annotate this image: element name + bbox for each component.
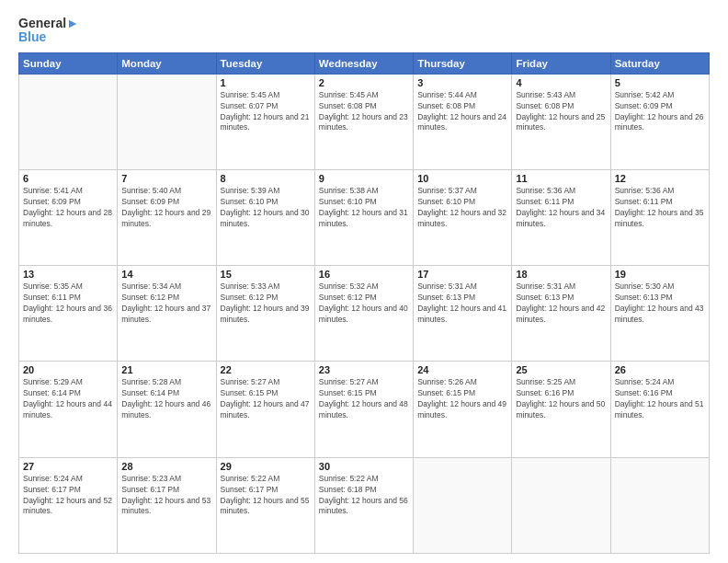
calendar-cell bbox=[19, 74, 118, 169]
day-header-monday: Monday bbox=[118, 52, 216, 74]
day-number: 28 bbox=[121, 461, 211, 472]
calendar-cell: 11Sunrise: 5:36 AM Sunset: 6:11 PM Dayli… bbox=[512, 170, 610, 266]
day-number: 13 bbox=[23, 269, 113, 280]
calendar-cell: 13Sunrise: 5:35 AM Sunset: 6:11 PM Dayli… bbox=[19, 266, 118, 362]
week-row-4: 20Sunrise: 5:29 AM Sunset: 6:14 PM Dayli… bbox=[19, 362, 710, 457]
calendar-cell: 6Sunrise: 5:41 AM Sunset: 6:09 PM Daylig… bbox=[19, 170, 118, 266]
day-info: Sunrise: 5:45 AM Sunset: 6:07 PM Dayligh… bbox=[221, 90, 311, 134]
calendar-cell: 16Sunrise: 5:32 AM Sunset: 6:12 PM Dayli… bbox=[314, 266, 413, 362]
day-info: Sunrise: 5:24 AM Sunset: 6:17 PM Dayligh… bbox=[23, 474, 113, 518]
day-info: Sunrise: 5:42 AM Sunset: 6:09 PM Dayligh… bbox=[615, 90, 705, 134]
calendar-cell: 7Sunrise: 5:40 AM Sunset: 6:09 PM Daylig… bbox=[118, 170, 216, 266]
day-header-friday: Friday bbox=[512, 52, 610, 74]
day-info: Sunrise: 5:37 AM Sunset: 6:10 PM Dayligh… bbox=[417, 186, 507, 230]
day-info: Sunrise: 5:36 AM Sunset: 6:11 PM Dayligh… bbox=[516, 186, 606, 230]
day-info: Sunrise: 5:22 AM Sunset: 6:18 PM Dayligh… bbox=[319, 474, 409, 518]
day-number: 17 bbox=[417, 269, 507, 280]
calendar-cell bbox=[118, 74, 216, 169]
day-number: 14 bbox=[121, 269, 211, 280]
calendar-cell: 10Sunrise: 5:37 AM Sunset: 6:10 PM Dayli… bbox=[414, 170, 512, 266]
day-info: Sunrise: 5:27 AM Sunset: 6:15 PM Dayligh… bbox=[319, 377, 409, 421]
day-info: Sunrise: 5:25 AM Sunset: 6:16 PM Dayligh… bbox=[516, 377, 606, 421]
page: General► Blue SundayMondayTuesdayWednesd… bbox=[0, 0, 728, 563]
day-number: 10 bbox=[417, 173, 507, 184]
logo-general: General► bbox=[18, 17, 79, 30]
calendar-cell: 17Sunrise: 5:31 AM Sunset: 6:13 PM Dayli… bbox=[414, 266, 512, 362]
day-header-thursday: Thursday bbox=[414, 52, 512, 74]
day-header-wednesday: Wednesday bbox=[314, 52, 413, 74]
calendar-cell: 4Sunrise: 5:43 AM Sunset: 6:08 PM Daylig… bbox=[512, 74, 610, 169]
calendar-cell: 8Sunrise: 5:39 AM Sunset: 6:10 PM Daylig… bbox=[216, 170, 314, 266]
calendar-cell: 12Sunrise: 5:36 AM Sunset: 6:11 PM Dayli… bbox=[610, 170, 709, 266]
calendar-cell: 29Sunrise: 5:22 AM Sunset: 6:17 PM Dayli… bbox=[216, 457, 314, 553]
calendar-cell: 30Sunrise: 5:22 AM Sunset: 6:18 PM Dayli… bbox=[314, 457, 413, 553]
day-number: 27 bbox=[23, 461, 113, 472]
day-info: Sunrise: 5:44 AM Sunset: 6:08 PM Dayligh… bbox=[417, 90, 507, 134]
day-number: 24 bbox=[417, 364, 507, 375]
calendar-cell: 25Sunrise: 5:25 AM Sunset: 6:16 PM Dayli… bbox=[512, 362, 610, 457]
day-header-saturday: Saturday bbox=[610, 52, 709, 74]
day-info: Sunrise: 5:45 AM Sunset: 6:08 PM Dayligh… bbox=[319, 90, 409, 134]
day-info: Sunrise: 5:31 AM Sunset: 6:13 PM Dayligh… bbox=[417, 282, 507, 326]
day-number: 8 bbox=[221, 173, 311, 184]
logo-blue: Blue bbox=[18, 30, 79, 44]
day-info: Sunrise: 5:26 AM Sunset: 6:15 PM Dayligh… bbox=[417, 377, 507, 421]
week-row-1: 1Sunrise: 5:45 AM Sunset: 6:07 PM Daylig… bbox=[19, 74, 710, 169]
day-number: 30 bbox=[319, 461, 409, 472]
logo: General► Blue bbox=[18, 17, 79, 45]
calendar-cell: 26Sunrise: 5:24 AM Sunset: 6:16 PM Dayli… bbox=[610, 362, 709, 457]
day-number: 1 bbox=[221, 77, 311, 88]
day-info: Sunrise: 5:29 AM Sunset: 6:14 PM Dayligh… bbox=[23, 377, 113, 421]
calendar-cell: 24Sunrise: 5:26 AM Sunset: 6:15 PM Dayli… bbox=[414, 362, 512, 457]
day-info: Sunrise: 5:38 AM Sunset: 6:10 PM Dayligh… bbox=[319, 186, 409, 230]
calendar-cell bbox=[414, 457, 512, 553]
day-number: 20 bbox=[23, 364, 113, 375]
week-row-2: 6Sunrise: 5:41 AM Sunset: 6:09 PM Daylig… bbox=[19, 170, 710, 266]
header: General► Blue bbox=[18, 17, 710, 45]
day-number: 9 bbox=[319, 173, 409, 184]
day-number: 3 bbox=[417, 77, 507, 88]
day-number: 7 bbox=[121, 173, 211, 184]
day-header-tuesday: Tuesday bbox=[216, 52, 314, 74]
day-info: Sunrise: 5:23 AM Sunset: 6:17 PM Dayligh… bbox=[121, 474, 211, 518]
day-number: 2 bbox=[319, 77, 409, 88]
day-number: 11 bbox=[516, 173, 606, 184]
calendar-cell: 15Sunrise: 5:33 AM Sunset: 6:12 PM Dayli… bbox=[216, 266, 314, 362]
day-number: 6 bbox=[23, 173, 113, 184]
calendar-cell: 5Sunrise: 5:42 AM Sunset: 6:09 PM Daylig… bbox=[610, 74, 709, 169]
day-info: Sunrise: 5:36 AM Sunset: 6:11 PM Dayligh… bbox=[615, 186, 705, 230]
calendar-cell: 28Sunrise: 5:23 AM Sunset: 6:17 PM Dayli… bbox=[118, 457, 216, 553]
calendar-table: SundayMondayTuesdayWednesdayThursdayFrid… bbox=[18, 52, 710, 554]
day-header-sunday: Sunday bbox=[19, 52, 118, 74]
day-number: 16 bbox=[319, 269, 409, 280]
day-info: Sunrise: 5:35 AM Sunset: 6:11 PM Dayligh… bbox=[23, 282, 113, 326]
day-number: 5 bbox=[615, 77, 705, 88]
week-row-5: 27Sunrise: 5:24 AM Sunset: 6:17 PM Dayli… bbox=[19, 457, 710, 553]
week-row-3: 13Sunrise: 5:35 AM Sunset: 6:11 PM Dayli… bbox=[19, 266, 710, 362]
calendar-cell bbox=[610, 457, 709, 553]
day-number: 12 bbox=[615, 173, 705, 184]
day-info: Sunrise: 5:34 AM Sunset: 6:12 PM Dayligh… bbox=[121, 282, 211, 326]
calendar-cell: 3Sunrise: 5:44 AM Sunset: 6:08 PM Daylig… bbox=[414, 74, 512, 169]
day-number: 22 bbox=[221, 364, 311, 375]
calendar-cell: 22Sunrise: 5:27 AM Sunset: 6:15 PM Dayli… bbox=[216, 362, 314, 457]
calendar-cell: 18Sunrise: 5:31 AM Sunset: 6:13 PM Dayli… bbox=[512, 266, 610, 362]
day-info: Sunrise: 5:30 AM Sunset: 6:13 PM Dayligh… bbox=[615, 282, 705, 326]
day-info: Sunrise: 5:27 AM Sunset: 6:15 PM Dayligh… bbox=[221, 377, 311, 421]
day-number: 15 bbox=[221, 269, 311, 280]
day-number: 4 bbox=[516, 77, 606, 88]
day-number: 21 bbox=[121, 364, 211, 375]
day-info: Sunrise: 5:43 AM Sunset: 6:08 PM Dayligh… bbox=[516, 90, 606, 134]
day-info: Sunrise: 5:31 AM Sunset: 6:13 PM Dayligh… bbox=[516, 282, 606, 326]
day-info: Sunrise: 5:28 AM Sunset: 6:14 PM Dayligh… bbox=[121, 377, 211, 421]
calendar-cell: 19Sunrise: 5:30 AM Sunset: 6:13 PM Dayli… bbox=[610, 266, 709, 362]
day-number: 19 bbox=[615, 269, 705, 280]
calendar-cell bbox=[512, 457, 610, 553]
day-info: Sunrise: 5:39 AM Sunset: 6:10 PM Dayligh… bbox=[221, 186, 311, 230]
day-number: 25 bbox=[516, 364, 606, 375]
day-info: Sunrise: 5:22 AM Sunset: 6:17 PM Dayligh… bbox=[221, 474, 311, 518]
day-info: Sunrise: 5:24 AM Sunset: 6:16 PM Dayligh… bbox=[615, 377, 705, 421]
day-info: Sunrise: 5:33 AM Sunset: 6:12 PM Dayligh… bbox=[221, 282, 311, 326]
day-number: 18 bbox=[516, 269, 606, 280]
calendar-cell: 2Sunrise: 5:45 AM Sunset: 6:08 PM Daylig… bbox=[314, 74, 413, 169]
